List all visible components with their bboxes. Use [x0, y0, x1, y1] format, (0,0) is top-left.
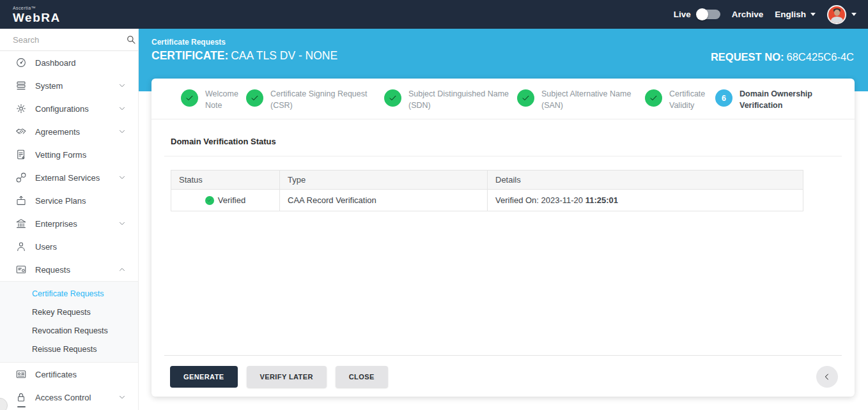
sidebar-item-label: Service Plans — [35, 196, 127, 206]
app-logo[interactable]: Ascertia™ WebRA — [13, 6, 61, 24]
sidebar-item-enterprises[interactable]: Enterprises — [0, 212, 138, 235]
divider — [164, 156, 842, 156]
search-icon[interactable] — [125, 34, 137, 45]
details-date: Verified On: 2023-11-20 — [495, 195, 583, 205]
generate-button[interactable]: GENERATE — [170, 366, 238, 388]
chevron-left-icon — [822, 372, 832, 382]
step-check-icon — [517, 89, 534, 107]
sidebar: Dashboard System Configurations Agreemen… — [0, 29, 139, 410]
search-input[interactable] — [13, 35, 125, 45]
status-cell: Verified — [171, 190, 280, 211]
sidebar-item-certificates[interactable]: Certificates — [0, 363, 138, 386]
step-label: Subject Alternative Name (SAN) — [541, 88, 645, 111]
bank-icon — [15, 218, 27, 229]
step-label: Subject Distinguished Name (SDN) — [408, 88, 517, 111]
link-icon — [15, 172, 27, 183]
toggle-knob — [696, 8, 708, 20]
brand-product: WebRA — [13, 11, 61, 24]
submenu-item-revocation-requests[interactable]: Revocation Requests — [0, 321, 138, 340]
step-label: Certificate Validity — [669, 88, 715, 111]
sidebar-item-users[interactable]: Users — [0, 235, 138, 258]
form-icon — [15, 149, 27, 160]
language-label: English — [775, 10, 806, 19]
wizard-card: Welcome Note Certificate Signing Request… — [151, 79, 855, 397]
sidebar-item-service-plans[interactable]: Service Plans — [0, 189, 138, 212]
main-content: Certificate Requests CERTIFICATE:CAA TLS… — [139, 29, 868, 410]
avatar — [827, 5, 846, 24]
sidebar-search — [0, 29, 138, 51]
column-header-status: Status — [171, 171, 280, 190]
step-check-icon — [384, 89, 401, 107]
step-check-icon — [645, 89, 662, 107]
sidebar-item-label: Requests — [35, 265, 118, 275]
sidebar-item-requests[interactable]: Requests — [0, 258, 138, 281]
step-san[interactable]: Subject Alternative Name (SAN) — [517, 88, 645, 111]
page-title-label: CERTIFICATE: — [151, 49, 228, 62]
details-time: 11:25:01 — [585, 195, 618, 205]
step-csr[interactable]: Certificate Signing Request (CSR) — [246, 88, 384, 111]
step-welcome-note[interactable]: Welcome Note — [181, 88, 246, 111]
submenu-item-reissue-requests[interactable]: Reissue Requests — [0, 340, 138, 358]
server-icon — [15, 80, 27, 91]
collapse-back-button[interactable] — [816, 366, 838, 388]
step-label: Certificate Signing Request (CSR) — [270, 88, 384, 111]
sidebar-item-label: Enterprises — [35, 219, 118, 229]
chevron-down-icon — [118, 104, 127, 113]
user-menu[interactable] — [827, 5, 856, 24]
handshake-icon — [15, 126, 27, 137]
caret-down-icon — [810, 13, 816, 16]
step-sdn[interactable]: Subject Distinguished Name (SDN) — [384, 88, 517, 111]
requests-submenu: Certificate Requests Rekey Requests Revo… — [0, 281, 138, 363]
step-number: 6 — [715, 89, 732, 107]
chevron-up-icon — [118, 265, 127, 274]
request-number-label: REQUEST NO: — [711, 51, 784, 63]
chevron-down-icon — [118, 127, 127, 136]
sidebar-item-configurations[interactable]: Configurations — [0, 97, 138, 120]
chevron-down-icon — [118, 219, 127, 228]
details-cell: Verified On: 2023-11-20 11:25:01 — [488, 190, 803, 211]
package-icon — [15, 195, 27, 206]
column-header-type: Type — [280, 171, 488, 190]
sidebar-item-label: Vetting Forms — [35, 150, 127, 160]
section-title: Domain Verification Status — [171, 137, 835, 146]
sidebar-item-agreements[interactable]: Agreements — [0, 120, 138, 143]
archive-label[interactable]: Archive — [732, 10, 764, 19]
lock-icon — [15, 391, 27, 403]
sidebar-item-system[interactable]: System — [0, 74, 138, 97]
verify-later-button[interactable]: VERIFY LATER — [247, 366, 327, 388]
sidebar-item-label: System — [35, 81, 118, 91]
language-selector[interactable]: English — [775, 10, 816, 19]
submenu-item-certificate-requests[interactable]: Certificate Requests — [0, 284, 138, 303]
table-header-row: Status Type Details — [171, 171, 803, 190]
top-bar: Ascertia™ WebRA Live Archive English — [0, 0, 868, 29]
domain-verification-table: Status Type Details Verified — [171, 170, 803, 211]
sidebar-item-vetting-forms[interactable]: Vetting Forms — [0, 143, 138, 166]
sidebar-item-dashboard[interactable]: Dashboard — [0, 51, 138, 74]
sidebar-item-external-services[interactable]: External Services — [0, 166, 138, 189]
column-header-details: Details — [488, 171, 803, 190]
submenu-item-rekey-requests[interactable]: Rekey Requests — [0, 303, 138, 321]
chevron-down-icon — [118, 173, 127, 182]
chevron-down-icon — [118, 81, 127, 90]
brand-company: Ascertia™ — [13, 6, 61, 10]
gauge-icon — [15, 57, 27, 68]
step-check-icon — [181, 89, 198, 107]
sidebar-item-label: Certificates — [35, 370, 127, 379]
step-certificate-validity[interactable]: Certificate Validity — [645, 88, 715, 111]
sidebar-item-access-control[interactable]: Access Control — [0, 386, 138, 409]
sidebar-item-label: External Services — [35, 173, 118, 183]
sidebar-item-label: Access Control — [35, 393, 118, 402]
live-archive-toggle[interactable] — [697, 10, 720, 19]
sidebar-item-label: Agreements — [35, 127, 118, 137]
gear-icon — [15, 103, 27, 114]
close-button[interactable]: CLOSE — [336, 366, 388, 388]
certificate-icon — [15, 368, 27, 380]
status-badge: Verified — [218, 195, 245, 205]
user-icon — [15, 241, 27, 252]
breadcrumb: Certificate Requests — [151, 38, 337, 47]
sidebar-item-label: Dashboard — [35, 58, 127, 68]
next-item-icon-partial — [17, 406, 26, 407]
step-label: Welcome Note — [205, 88, 246, 111]
step-label: Domain Ownership Verification — [740, 88, 825, 111]
step-domain-ownership-verification[interactable]: 6 Domain Ownership Verification — [715, 88, 825, 111]
